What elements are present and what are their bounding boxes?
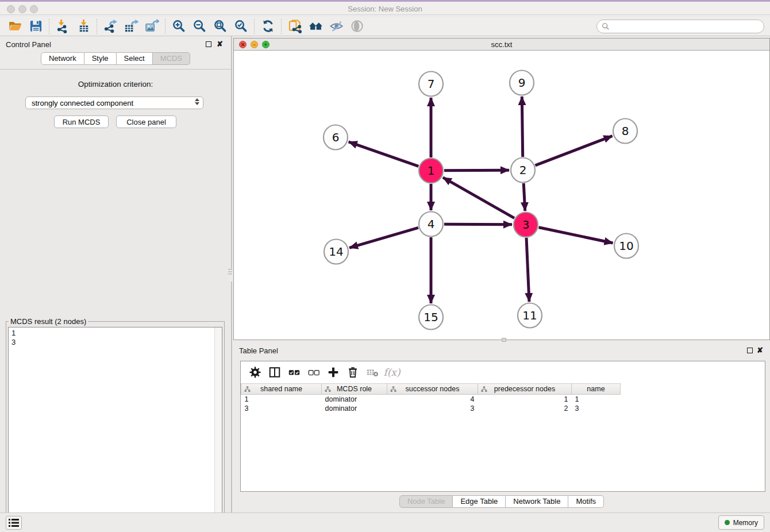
edge-1-6[interactable] [349,142,419,166]
control-panel-close-button[interactable]: ✘ [217,40,223,48]
result-scrollbar[interactable] [214,327,222,532]
graph-node-2[interactable]: 2 [511,158,535,183]
tab-mcds[interactable]: MCDS [153,52,190,65]
table-row[interactable]: 1dominator411 [241,395,621,404]
tab-node-table[interactable]: Node Table [399,495,453,508]
edge-3-1[interactable] [443,178,514,218]
add-column-button[interactable] [325,364,342,381]
table-row[interactable]: 3dominator323 [241,404,621,413]
zoom-out-icon [192,19,207,33]
table-cell[interactable]: 1 [478,395,572,404]
svg-text:8: 8 [622,124,629,138]
graph-node-3[interactable]: 3 [514,213,538,237]
edge-2-9[interactable] [522,97,522,157]
export-table-icon [124,19,138,33]
export-table-button[interactable] [121,18,141,35]
toolbar-separator [281,19,282,34]
graph-node-9[interactable]: 9 [510,71,534,95]
table-cell[interactable]: 1 [572,395,621,404]
table-cell[interactable]: 3 [241,404,322,413]
column-label: shared name [260,385,302,393]
graph-node-11[interactable]: 11 [518,303,542,328]
graph-node-14[interactable]: 14 [324,240,348,264]
export-network-button[interactable] [100,18,121,35]
edge-3-11[interactable] [526,238,529,302]
column-label: successor nodes [406,385,460,393]
column-header-successor-nodes[interactable]: successor nodes [387,384,478,395]
trash-icon [346,366,359,379]
export-image-button[interactable] [141,18,162,35]
open-session-button[interactable] [5,18,25,35]
network-document-icon [288,19,302,33]
control-panel-title: Control Panel [6,40,51,49]
apply-layout-button[interactable] [305,18,326,35]
new-network-button[interactable] [284,18,305,35]
table-cell[interactable]: 2 [478,404,572,413]
export-image-icon [145,19,159,33]
search-box[interactable] [596,20,764,33]
graph-node-6[interactable]: 6 [324,125,348,150]
edge-2-8[interactable] [535,136,612,165]
network-resize-handle[interactable] [502,338,506,342]
network-canvas[interactable]: 7968124314101511 [234,51,769,340]
refresh-view-button[interactable] [257,18,278,35]
graph-node-10[interactable]: 10 [614,234,638,259]
table-panel-float-button[interactable] [747,348,753,353]
import-table-button[interactable] [73,18,94,35]
table-panel-tabs: Node TableEdge TableNetwork TableMotifs [233,495,770,508]
graph-node-4[interactable]: 4 [419,212,443,237]
control-panel-float-button[interactable] [206,41,211,47]
zoom-fit-button[interactable] [210,18,230,35]
tab-edge-table[interactable]: Edge Table [453,495,506,508]
table-cell[interactable]: 4 [387,395,478,404]
select-all-rows-button[interactable] [286,364,303,381]
import-network-button[interactable] [52,18,73,35]
tab-select[interactable]: Select [117,52,153,65]
table-cell[interactable]: dominator [322,404,387,413]
save-icon [29,19,43,33]
edge-2-3[interactable] [523,183,525,211]
panel-divider-handle[interactable] [228,269,232,282]
table-cell[interactable]: 3 [387,404,478,413]
delete-column-button[interactable] [344,364,361,381]
edge-1-2[interactable] [444,170,509,171]
column-hierarchy-icon [244,386,251,392]
edge-4-14[interactable] [349,228,418,248]
deselect-all-rows-button[interactable] [305,364,322,381]
close-panel-button[interactable]: Close panel [116,115,176,128]
column-header-name[interactable]: name [572,384,621,395]
save-session-button[interactable] [25,18,46,35]
graph-node-7[interactable]: 7 [419,72,443,97]
graph-node-15[interactable]: 15 [419,305,443,330]
zoom-in-button[interactable] [168,18,189,35]
toggle-panel-split-button[interactable] [266,364,283,381]
tab-motifs[interactable]: Motifs [568,495,604,508]
tab-network-table[interactable]: Network Table [506,495,568,508]
hide-panels-button[interactable] [326,18,346,35]
svg-text:14: 14 [329,245,343,259]
zoom-selected-button[interactable] [230,18,251,35]
column-header-predecessor-nodes[interactable]: predecessor nodes [478,384,572,395]
column-header-MCDS-role[interactable]: MCDS role [322,384,387,395]
criterion-select[interactable]: strongly connected component [25,97,203,109]
table-panel-close-button[interactable]: ✘ [757,346,763,354]
search-input[interactable] [613,22,759,30]
table-cell[interactable]: dominator [322,395,387,404]
graph-node-8[interactable]: 8 [613,119,637,144]
tab-style[interactable]: Style [84,52,117,65]
run-mcds-button[interactable]: Run MCDS [54,115,109,128]
column-header-shared-name[interactable]: shared name [241,384,322,395]
table-cell[interactable]: 1 [241,395,322,404]
edge-3-10[interactable] [539,228,613,243]
table-settings-button[interactable] [247,364,264,381]
column-hierarchy-icon [390,386,396,392]
show-task-history-button[interactable] [6,516,22,530]
tab-network[interactable]: Network [41,52,84,65]
edge-4-3[interactable] [444,224,512,225]
mcds-result-item: 3 [11,338,211,347]
memory-button[interactable]: Memory [718,515,764,530]
table-cell[interactable]: 3 [572,404,621,413]
zoom-out-button[interactable] [189,18,210,35]
graph-node-1[interactable]: 1 [419,159,443,183]
svg-text:9: 9 [518,76,526,90]
